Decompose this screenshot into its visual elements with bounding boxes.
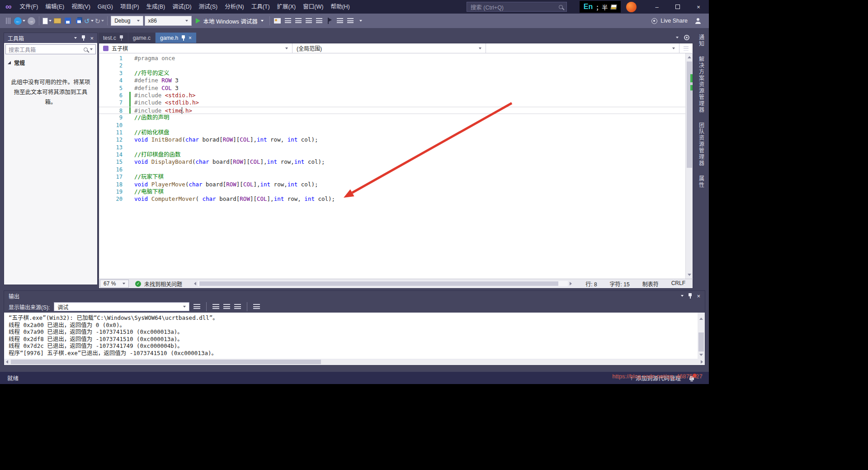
solution-configurations-dropdown[interactable]: Debug bbox=[111, 16, 143, 26]
pin-icon[interactable] bbox=[119, 35, 123, 41]
tab-test.c[interactable]: test.c bbox=[99, 33, 128, 43]
user-avatar[interactable] bbox=[626, 2, 637, 12]
chevron-down-icon[interactable] bbox=[91, 20, 94, 22]
toolbox-section-general[interactable]: 常规 bbox=[4, 56, 97, 69]
code-line-5[interactable]: 5#define COL 3 bbox=[99, 85, 685, 92]
close-button[interactable]: × bbox=[688, 0, 709, 14]
code-line-7[interactable]: 7#include <stdlib.h> bbox=[99, 99, 685, 106]
code-line-10[interactable]: 10 bbox=[99, 122, 685, 129]
feedback-icon[interactable] bbox=[695, 18, 701, 24]
solution-platforms-dropdown[interactable]: x86 bbox=[145, 16, 192, 26]
save-all-button[interactable] bbox=[74, 15, 83, 26]
scope-dropdown[interactable]: (全局范围) bbox=[292, 43, 486, 53]
bookmark-button[interactable] bbox=[325, 15, 334, 26]
menu-item-调试(D)[interactable]: 调试(D) bbox=[169, 0, 195, 14]
active-files-chevron-icon[interactable] bbox=[676, 37, 679, 38]
close-icon[interactable]: × bbox=[697, 293, 700, 299]
output-source-dropdown[interactable]: 调试 bbox=[54, 302, 189, 311]
code-line-4[interactable]: 4#define ROW 3 bbox=[99, 77, 685, 84]
document-health-indicator[interactable]: ✓ 未找到相关问题 bbox=[135, 280, 182, 288]
side-tab-属性[interactable]: 属性 bbox=[698, 176, 705, 188]
toolbar-overflow-button[interactable] bbox=[356, 15, 365, 26]
side-tab-通知[interactable]: 通知 bbox=[698, 34, 705, 47]
prev-message-icon[interactable] bbox=[212, 304, 219, 310]
quick-search-box[interactable]: 搜索 (Ctrl+Q) bbox=[467, 2, 567, 12]
menu-item-视图(V)[interactable]: 视图(V) bbox=[68, 0, 94, 14]
tab-game.c[interactable]: game.c bbox=[128, 33, 155, 43]
chevron-down-icon[interactable] bbox=[101, 20, 104, 22]
next-message-icon[interactable] bbox=[223, 304, 230, 310]
scrollbar-track[interactable] bbox=[10, 359, 699, 365]
scroll-left-icon[interactable] bbox=[6, 360, 8, 364]
indent-increase-button[interactable] bbox=[315, 15, 324, 26]
code-line-16[interactable]: 16 bbox=[99, 166, 685, 173]
clear-all-icon[interactable] bbox=[234, 304, 241, 310]
pin-icon[interactable] bbox=[81, 35, 85, 41]
save-button[interactable] bbox=[63, 15, 72, 26]
code-editor[interactable]: 1#pragma once23//符号的定义4#define ROW 35#de… bbox=[99, 53, 685, 279]
code-line-15[interactable]: 15void DisplayBoard(char board[ROW][COL]… bbox=[99, 158, 685, 166]
menu-item-分析(N)[interactable]: 分析(N) bbox=[221, 0, 247, 14]
close-icon[interactable]: × bbox=[90, 35, 94, 41]
close-tab-icon[interactable]: × bbox=[189, 35, 192, 41]
menu-item-窗口(W)[interactable]: 窗口(W) bbox=[299, 0, 327, 14]
code-line-12[interactable]: 12void InitBorad(char borad[ROW][COL],in… bbox=[99, 136, 685, 143]
menu-item-扩展(X)[interactable]: 扩展(X) bbox=[274, 0, 300, 14]
navigate-back-button[interactable]: ← bbox=[14, 15, 25, 26]
scroll-down-icon[interactable] bbox=[699, 354, 703, 356]
menu-item-编辑(E)[interactable]: 编辑(E) bbox=[42, 0, 68, 14]
chevron-down-icon[interactable] bbox=[49, 20, 52, 22]
output-horizontal-scrollbar[interactable] bbox=[4, 359, 705, 365]
goto-message-icon[interactable] bbox=[193, 304, 200, 310]
code-line-20[interactable]: 20void ComputerMover( char board[ROW][CO… bbox=[99, 195, 685, 203]
live-share-button[interactable]: Live Share bbox=[651, 18, 688, 24]
toolbox-title-bar[interactable]: 工具箱 × bbox=[4, 33, 97, 43]
menu-item-项目(P)[interactable]: 项目(P) bbox=[117, 0, 143, 14]
menu-item-工具(T)[interactable]: 工具(T) bbox=[248, 0, 274, 14]
window-position-chevron-icon[interactable] bbox=[681, 295, 684, 297]
editor-vertical-scrollbar[interactable] bbox=[685, 53, 693, 279]
scroll-left-icon[interactable] bbox=[194, 282, 196, 285]
code-line-8[interactable]: 8#include <time.h> bbox=[99, 107, 685, 114]
code-line-1[interactable]: 1#pragma once bbox=[99, 55, 685, 62]
indent-decrease-button[interactable] bbox=[304, 15, 313, 26]
pin-icon[interactable] bbox=[688, 293, 692, 299]
tab-game.h[interactable]: game.h× bbox=[156, 33, 196, 43]
navigate-button[interactable] bbox=[679, 43, 693, 53]
redo-button[interactable]: ↻ bbox=[95, 15, 104, 26]
code-line-17[interactable]: 17//玩家下棋 bbox=[99, 173, 685, 180]
output-text[interactable]: “五子棋.exe”(Win32): 已加载“C:\Windows\SysWOW6… bbox=[4, 313, 698, 359]
ime-status[interactable]: En ；半 bbox=[580, 1, 621, 13]
output-title-bar[interactable]: 输出 × bbox=[4, 291, 705, 301]
new-file-button[interactable] bbox=[42, 15, 52, 26]
code-line-18[interactable]: 18void PlayerMove(char board[ROW][COL],i… bbox=[99, 181, 685, 188]
maximize-button[interactable] bbox=[667, 0, 688, 14]
code-line-9[interactable]: 9//函数的声明 bbox=[99, 114, 685, 121]
code-line-11[interactable]: 11//初始化棋盘 bbox=[99, 129, 685, 136]
word-wrap-icon[interactable] bbox=[253, 304, 260, 310]
code-line-19[interactable]: 19//电脑下棋 bbox=[99, 188, 685, 195]
uncomment-button[interactable] bbox=[346, 15, 355, 26]
code-line-14[interactable]: 14//打印棋盘的函数 bbox=[99, 151, 685, 158]
scroll-down-icon[interactable] bbox=[688, 274, 691, 276]
scroll-up-icon[interactable] bbox=[699, 318, 703, 320]
project-dropdown[interactable]: 五子棋 bbox=[99, 43, 292, 53]
scroll-right-icon[interactable] bbox=[570, 282, 572, 285]
screenshot-button[interactable] bbox=[273, 15, 282, 26]
comment-button[interactable] bbox=[335, 15, 344, 26]
menu-item-测试(S)[interactable]: 测试(S) bbox=[195, 0, 222, 14]
scrollbar-thumb[interactable] bbox=[698, 332, 704, 351]
zoom-dropdown[interactable]: 67 % bbox=[100, 280, 129, 288]
start-debugging-button[interactable]: 本地 Windows 调试器 bbox=[193, 17, 266, 25]
gear-icon[interactable] bbox=[684, 35, 689, 40]
editor-horizontal-scrollbar[interactable] bbox=[192, 281, 574, 286]
menu-item-Git(G)[interactable]: Git(G) bbox=[94, 0, 117, 14]
chevron-down-icon[interactable] bbox=[23, 20, 25, 22]
scrollbar-thumb[interactable] bbox=[11, 360, 321, 364]
side-tab-解决方案资源管理器[interactable]: 解决方案资源管理器 bbox=[698, 56, 705, 113]
menu-item-帮助(H)[interactable]: 帮助(H) bbox=[327, 0, 353, 14]
scroll-up-icon[interactable] bbox=[688, 56, 691, 58]
code-line-3[interactable]: 3//符号的定义 bbox=[99, 70, 685, 77]
properties-window-button[interactable] bbox=[294, 15, 303, 26]
chevron-down-icon[interactable] bbox=[261, 20, 264, 22]
